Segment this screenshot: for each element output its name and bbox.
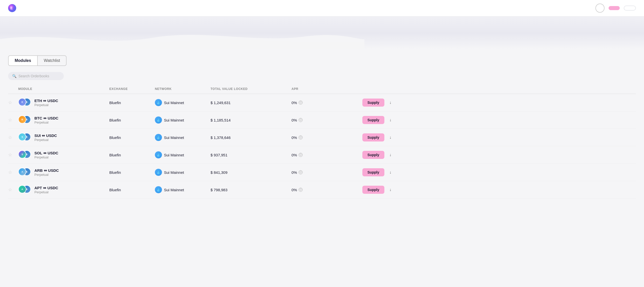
supply-button-4[interactable]: Supply xyxy=(362,168,384,176)
coin-icon-1-1: B xyxy=(18,115,26,124)
tab-watchlist[interactable]: Watchlist xyxy=(38,55,67,66)
apr-value-0: 0% xyxy=(292,101,297,105)
star-cell-4: ☆ xyxy=(8,170,18,175)
chevron-down-icon-3[interactable]: ↓ xyxy=(387,151,394,158)
chevron-down-icon-1[interactable]: ↓ xyxy=(387,116,394,124)
module-info-4: ARB ⇔ USDC Perpetual xyxy=(34,168,59,177)
apr-info-icon-3[interactable]: ⓘ xyxy=(299,153,303,157)
col-header-actions xyxy=(362,87,636,91)
chevron-down-icon-0[interactable]: ↓ xyxy=(387,99,394,106)
table-row: ☆ B $ BTC ⇔ USDC Perpetual Bluefin 💧 Sui… xyxy=(8,111,636,129)
apr-info-icon-4[interactable]: ⓘ xyxy=(299,170,303,174)
supply-button-2[interactable]: Supply xyxy=(362,133,384,141)
coin-icons-4: A $ xyxy=(18,168,31,177)
search-wrap: 🔍 xyxy=(8,72,636,80)
chevron-down-icon-5[interactable]: ↓ xyxy=(387,186,394,193)
network-cell-5: 💧 Sui Mainnet xyxy=(155,186,211,193)
module-info-5: APT ⇔ USDC Perpetual xyxy=(34,186,58,194)
col-header-module: MODULE xyxy=(18,87,109,91)
tvl-cell-4: $ 841,309 xyxy=(211,170,292,175)
logo-icon: E xyxy=(8,4,16,12)
network-name-2: Sui Mainnet xyxy=(164,135,184,140)
star-cell-0: ☆ xyxy=(8,100,18,105)
tab-modules[interactable]: Modules xyxy=(8,55,38,66)
module-cell-0: E $ ETH ⇔ USDC Perpetual xyxy=(18,98,109,107)
star-icon-0[interactable]: ☆ xyxy=(8,100,12,105)
network-icon-2: 💧 xyxy=(155,134,162,141)
star-icon-3[interactable]: ☆ xyxy=(8,152,12,158)
coin-icon-1-5: A xyxy=(18,185,26,193)
search-icon: 🔍 xyxy=(12,74,16,78)
star-icon-2[interactable]: ☆ xyxy=(8,135,12,140)
coin-icon-1-3: S xyxy=(18,150,26,158)
exchange-cell-5: Bluefin xyxy=(109,188,155,192)
star-cell-3: ☆ xyxy=(8,152,18,158)
actions-cell-5: Supply ↓ xyxy=(362,186,636,194)
connect-wallet-button[interactable] xyxy=(624,6,636,11)
apr-value-1: 0% xyxy=(292,118,297,122)
module-type-5: Perpetual xyxy=(34,190,58,194)
exchange-cell-2: Bluefin xyxy=(109,135,155,140)
supply-button-1[interactable]: Supply xyxy=(362,116,384,124)
module-type-1: Perpetual xyxy=(34,121,58,124)
rewards-button[interactable] xyxy=(609,6,620,10)
actions-cell-2: Supply ↓ xyxy=(362,133,636,141)
module-type-2: Perpetual xyxy=(34,138,57,142)
network-name-0: Sui Mainnet xyxy=(164,101,184,105)
module-info-1: BTC ⇔ USDC Perpetual xyxy=(34,116,58,124)
coin-icon-1-0: E xyxy=(18,98,26,106)
apr-value-4: 0% xyxy=(292,170,297,175)
table-body: ☆ E $ ETH ⇔ USDC Perpetual Bluefin 💧 Sui… xyxy=(8,94,636,199)
module-info-3: SOL ⇔ USDC Perpetual xyxy=(34,151,58,159)
network-cell-3: 💧 Sui Mainnet xyxy=(155,151,211,158)
header-right xyxy=(595,4,636,13)
star-cell-1: ☆ xyxy=(8,117,18,123)
search-box: 🔍 xyxy=(8,72,64,80)
col-header-tvl: TOTAL VALUE LOCKED xyxy=(211,87,292,91)
star-icon-5[interactable]: ☆ xyxy=(8,187,12,193)
module-info-0: ETH ⇔ USDC Perpetual xyxy=(34,99,58,107)
module-name-4: ARB ⇔ USDC xyxy=(34,168,59,173)
coin-icons-3: S $ xyxy=(18,150,31,159)
apr-value-5: 0% xyxy=(292,188,297,192)
network-cell-2: 💧 Sui Mainnet xyxy=(155,134,211,141)
apr-value-3: 0% xyxy=(292,153,297,157)
tvl-cell-2: $ 1,378,646 xyxy=(211,135,292,140)
supply-button-0[interactable]: Supply xyxy=(362,99,384,107)
col-header-apr: APR xyxy=(292,87,362,91)
table-row: ☆ A $ ARB ⇔ USDC Perpetual Bluefin 💧 Sui… xyxy=(8,164,636,181)
coin-icon-1-2: S xyxy=(18,133,26,141)
network-icon-1: 💧 xyxy=(155,116,162,124)
module-info-2: SUI ⇔ USDC Perpetual xyxy=(34,133,57,142)
module-cell-1: B $ BTC ⇔ USDC Perpetual xyxy=(18,115,109,125)
supply-button-5[interactable]: Supply xyxy=(362,186,384,194)
apr-cell-5: 0% ⓘ xyxy=(292,188,362,192)
module-cell-2: S $ SUI ⇔ USDC Perpetual xyxy=(18,133,109,142)
search-input[interactable] xyxy=(18,74,56,78)
header: E xyxy=(0,0,644,16)
star-icon-1[interactable]: ☆ xyxy=(8,117,12,123)
star-cell-2: ☆ xyxy=(8,135,18,140)
star-cell-5: ☆ xyxy=(8,187,18,193)
apr-info-icon-5[interactable]: ⓘ xyxy=(299,188,303,192)
supply-button-3[interactable]: Supply xyxy=(362,151,384,159)
coin-icons-5: A $ xyxy=(18,185,31,194)
network-icon-4: 💧 xyxy=(155,169,162,176)
apr-info-icon-0[interactable]: ⓘ xyxy=(299,101,303,105)
network-cell-1: 💧 Sui Mainnet xyxy=(155,116,211,124)
module-type-0: Perpetual xyxy=(34,103,58,107)
col-header-network: NETWORK xyxy=(155,87,211,91)
exchange-cell-0: Bluefin xyxy=(109,101,155,105)
chevron-down-icon-2[interactable]: ↓ xyxy=(387,134,394,141)
table-row: ☆ S $ SOL ⇔ USDC Perpetual Bluefin 💧 Sui… xyxy=(8,146,636,164)
apr-cell-0: 0% ⓘ xyxy=(292,101,362,105)
apr-info-icon-1[interactable]: ⓘ xyxy=(299,118,303,122)
chevron-down-icon-4[interactable]: ↓ xyxy=(387,169,394,176)
exchange-cell-1: Bluefin xyxy=(109,118,155,122)
apr-info-icon-2[interactable]: ⓘ xyxy=(299,135,303,139)
star-icon-4[interactable]: ☆ xyxy=(8,170,12,175)
more-button[interactable] xyxy=(595,4,605,13)
module-cell-4: A $ ARB ⇔ USDC Perpetual xyxy=(18,168,109,177)
actions-cell-3: Supply ↓ xyxy=(362,151,636,159)
module-type-3: Perpetual xyxy=(34,155,58,159)
